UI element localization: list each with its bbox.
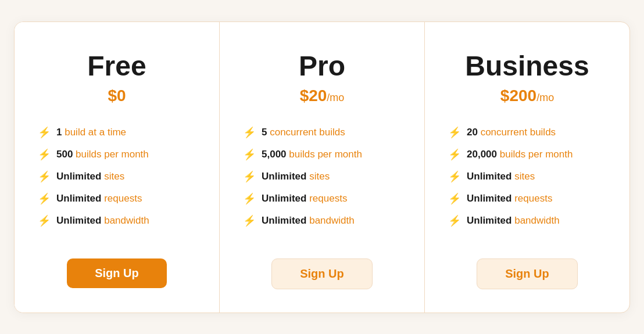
- bolt-icon: ⚡: [448, 170, 461, 183]
- feature-item: ⚡5 concurrent builds: [243, 121, 401, 143]
- signup-button-business[interactable]: Sign Up: [477, 258, 578, 289]
- feature-text: Unlimited bandwidth: [56, 215, 149, 227]
- feature-item: ⚡Unlimited bandwidth: [38, 210, 196, 232]
- plan-card-business: Business$200/mo⚡20 concurrent builds⚡20,…: [425, 22, 629, 313]
- feature-text: 5 concurrent builds: [262, 127, 345, 138]
- btn-container-pro: Sign Up: [243, 258, 401, 289]
- plan-name-free: Free: [38, 50, 196, 82]
- bolt-icon: ⚡: [448, 192, 461, 205]
- bolt-icon: ⚡: [243, 192, 256, 205]
- features-list-free: ⚡1 build at a time⚡500 builds per month⚡…: [38, 121, 196, 232]
- feature-text: Unlimited requests: [262, 193, 347, 204]
- bolt-icon: ⚡: [448, 214, 461, 227]
- bolt-icon: ⚡: [38, 148, 51, 161]
- bolt-icon: ⚡: [38, 192, 51, 205]
- btn-container-free: Sign Up: [38, 258, 196, 288]
- plan-name-pro: Pro: [243, 50, 401, 82]
- feature-item: ⚡1 build at a time: [38, 121, 196, 143]
- pricing-container: Free$0⚡1 build at a time⚡500 builds per …: [14, 21, 630, 313]
- feature-item: ⚡5,000 builds per month: [243, 143, 401, 166]
- feature-item: ⚡Unlimited sites: [38, 166, 196, 188]
- feature-item: ⚡Unlimited sites: [448, 166, 606, 188]
- features-list-business: ⚡20 concurrent builds⚡20,000 builds per …: [448, 121, 606, 232]
- feature-text: Unlimited sites: [56, 171, 124, 182]
- bolt-icon: ⚡: [243, 214, 256, 227]
- bolt-icon: ⚡: [243, 126, 256, 139]
- feature-item: ⚡20,000 builds per month: [448, 143, 606, 166]
- bolt-icon: ⚡: [243, 148, 256, 161]
- feature-item: ⚡500 builds per month: [38, 143, 196, 166]
- plan-card-free: Free$0⚡1 build at a time⚡500 builds per …: [15, 22, 220, 313]
- signup-button-free[interactable]: Sign Up: [67, 258, 167, 288]
- feature-text: Unlimited bandwidth: [467, 215, 560, 227]
- plan-price-business: $200/mo: [448, 87, 606, 105]
- feature-text: Unlimited requests: [56, 193, 142, 204]
- features-list-pro: ⚡5 concurrent builds⚡5,000 builds per mo…: [243, 121, 401, 232]
- bolt-icon: ⚡: [448, 148, 461, 161]
- feature-item: ⚡Unlimited sites: [243, 166, 401, 188]
- feature-text: Unlimited sites: [467, 171, 535, 182]
- bolt-icon: ⚡: [38, 126, 51, 139]
- plan-name-business: Business: [448, 50, 606, 82]
- bolt-icon: ⚡: [38, 170, 51, 183]
- plan-price-pro: $20/mo: [243, 87, 401, 105]
- feature-text: Unlimited sites: [262, 171, 330, 182]
- feature-text: 5,000 builds per month: [262, 149, 362, 160]
- feature-text: Unlimited bandwidth: [262, 215, 355, 227]
- feature-item: ⚡20 concurrent builds: [448, 121, 606, 143]
- feature-text: 20 concurrent builds: [467, 127, 556, 138]
- bolt-icon: ⚡: [448, 126, 461, 139]
- feature-item: ⚡Unlimited requests: [448, 188, 606, 210]
- feature-text: 20,000 builds per month: [467, 149, 573, 160]
- feature-text: Unlimited requests: [467, 193, 552, 204]
- feature-item: ⚡Unlimited bandwidth: [243, 210, 401, 232]
- bolt-icon: ⚡: [38, 214, 51, 227]
- feature-item: ⚡Unlimited requests: [38, 188, 196, 210]
- btn-container-business: Sign Up: [448, 258, 606, 289]
- feature-item: ⚡Unlimited bandwidth: [448, 210, 606, 232]
- signup-button-pro[interactable]: Sign Up: [271, 258, 373, 289]
- feature-text: 500 builds per month: [56, 149, 149, 160]
- feature-text: 1 build at a time: [56, 127, 126, 138]
- plan-card-pro: Pro$20/mo⚡5 concurrent builds⚡5,000 buil…: [220, 22, 425, 313]
- feature-item: ⚡Unlimited requests: [243, 188, 401, 210]
- bolt-icon: ⚡: [243, 170, 256, 183]
- plan-price-free: $0: [38, 87, 196, 105]
